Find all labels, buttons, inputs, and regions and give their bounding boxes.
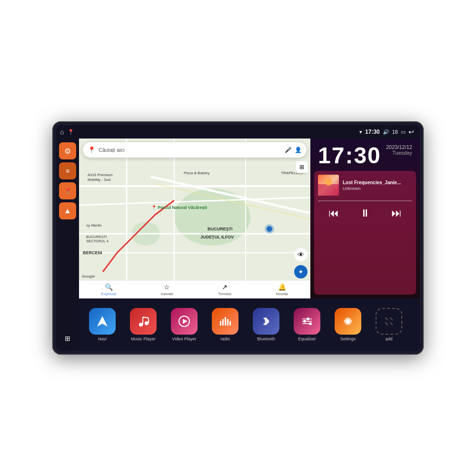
clock-day-value: Tuesday: [386, 150, 412, 156]
music-artist: Unknown: [343, 186, 412, 191]
navigate-icon: ▲: [64, 207, 71, 215]
video-label: Video Player: [172, 337, 197, 341]
map-nav-news[interactable]: 🔔 Noutăți: [276, 283, 288, 296]
account-icon[interactable]: 👤: [295, 147, 302, 153]
location-icon: 📍: [64, 187, 72, 195]
equalizer-label: Equalizer: [298, 337, 316, 341]
status-left: ⌂ 📍: [60, 128, 74, 136]
explore-icon: 🔍: [105, 283, 113, 291]
apps-grid-icon: ⊞: [65, 335, 70, 342]
sidebar-settings-btn[interactable]: ⚙: [59, 142, 76, 159]
back-icon[interactable]: ↩: [408, 128, 414, 136]
map-nav-explore[interactable]: 🔍 Explorați: [101, 283, 116, 296]
map-eye-btn[interactable]: 👁: [294, 248, 307, 261]
battery-icon: ▭: [401, 129, 406, 135]
music-app-icon[interactable]: Music Player: [124, 308, 163, 341]
bluetooth-app-icon[interactable]: Bluetooth: [247, 308, 286, 341]
map-nav-share[interactable]: ↗ Trimiteți: [218, 283, 231, 296]
video-app-icon[interactable]: Video Player: [165, 308, 204, 341]
map-label-axis: AXIS PremiumMobility - Sud: [88, 173, 112, 183]
equalizer-app-icon[interactable]: Equalizer: [288, 308, 327, 341]
next-button[interactable]: ⏭: [389, 205, 404, 221]
map-container[interactable]: 📍 Căutați aici 🎤 👤 AXIS PremiumMobility …: [79, 139, 310, 298]
svg-rect-26: [222, 319, 224, 326]
map-svg: [79, 139, 310, 298]
share-icon: ↗: [222, 283, 228, 291]
map-location-btn[interactable]: ✦: [294, 265, 307, 278]
navi-icon-img: [89, 308, 116, 335]
explore-label: Explorați: [101, 292, 116, 296]
svg-rect-28: [227, 319, 228, 326]
saved-label: Salvate: [161, 292, 174, 296]
sidebar-maps-btn[interactable]: 📍: [59, 182, 76, 199]
google-maps-icon: 📍: [88, 146, 96, 154]
sidebar-nav-btn[interactable]: ▲: [59, 202, 76, 219]
pause-button[interactable]: ⏸: [358, 205, 372, 221]
music-icon-img: [130, 308, 157, 335]
news-icon: 🔔: [278, 283, 286, 291]
right-panel: 17:30 2023/12/12 Tuesday: [310, 139, 420, 298]
svg-line-37: [385, 317, 388, 320]
device: ⌂ 📍 ▾ 17:30 🔊 18 ▭ ↩ ⚙ ≡: [52, 121, 424, 355]
add-app-icon[interactable]: add: [369, 308, 408, 341]
menu-icon: ≡: [66, 167, 69, 175]
music-info: Lost Frequencies_Janie... Unknown: [318, 175, 412, 196]
music-controls: ⏮ ⏸ ⏭: [318, 205, 412, 221]
radio-icon-img: [212, 308, 238, 335]
svg-rect-15: [318, 184, 339, 196]
eq-icon-img: [294, 308, 320, 335]
map-background: 📍 Căutați aici 🎤 👤 AXIS PremiumMobility …: [79, 139, 310, 298]
navi-app-icon[interactable]: Navi: [83, 308, 122, 341]
map-layers-btn[interactable]: ⊞: [296, 161, 307, 173]
bottom-apps: Navi Music Player: [79, 298, 420, 351]
svg-rect-27: [225, 317, 226, 326]
svg-line-22: [143, 317, 149, 318]
add-icon-img: [376, 308, 402, 335]
map-label-pizza: Pizza & Bakery: [184, 171, 209, 175]
sidebar-menu-btn[interactable]: ≡: [59, 162, 76, 179]
wifi-icon: ▾: [359, 129, 362, 135]
settings-app-icon[interactable]: Settings: [328, 308, 367, 341]
svg-marker-17: [97, 316, 108, 327]
svg-point-13: [265, 224, 274, 234]
home-icon[interactable]: ⌂: [60, 128, 64, 136]
radio-app-icon[interactable]: radio: [206, 308, 245, 341]
svg-point-35: [309, 322, 312, 325]
map-label-berceni: BERCENI: [83, 250, 102, 255]
svg-point-16: [325, 178, 332, 186]
battery-level: 18: [392, 129, 398, 135]
map-icon[interactable]: 📍: [68, 129, 74, 135]
search-placeholder[interactable]: Căutați aici: [99, 147, 282, 153]
settings-icon-img: [335, 308, 361, 335]
settings-label: Settings: [340, 337, 356, 341]
status-bar: ⌂ 📍 ▾ 17:30 🔊 18 ▭ ↩: [56, 125, 420, 139]
gear-icon: ⚙: [64, 147, 71, 156]
svg-rect-29: [229, 321, 231, 326]
map-label-bucuresti: BUCUREȘTI: [208, 227, 233, 231]
bluetooth-label: Bluetooth: [257, 337, 275, 341]
map-nav-saved[interactable]: ☆ Salvate: [161, 283, 174, 296]
music-progress-bar[interactable]: [318, 200, 412, 201]
mic-icon[interactable]: 🎤: [285, 147, 292, 153]
sidebar-apps-btn[interactable]: ⊞: [59, 330, 76, 347]
status-right: ▾ 17:30 🔊 18 ▭ ↩: [359, 128, 414, 136]
video-icon-img: [171, 308, 198, 335]
status-time: 17:30: [365, 129, 380, 135]
prev-button[interactable]: ⏮: [327, 205, 341, 221]
svg-point-19: [145, 321, 149, 325]
svg-line-39: [385, 322, 388, 325]
map-label-park: 📍 Parcul Natural Văcărești: [151, 205, 207, 210]
svg-line-40: [390, 322, 393, 325]
news-label: Noutăți: [276, 292, 288, 296]
music-meta: Lost Frequencies_Janie... Unknown: [343, 180, 412, 191]
saved-icon: ☆: [164, 283, 170, 291]
map-searchbar[interactable]: 📍 Căutați aici 🎤 👤: [83, 142, 307, 158]
navi-label: Navi: [98, 337, 107, 341]
clock-date-value: 2023/12/12: [386, 144, 412, 150]
radio-label: radio: [220, 337, 230, 341]
album-art: [318, 175, 339, 196]
clock-display: 17:30: [318, 144, 381, 167]
bluetooth-icon-img: [253, 308, 279, 335]
svg-line-38: [390, 317, 393, 320]
device-screen: ⌂ 📍 ▾ 17:30 🔊 18 ▭ ↩ ⚙ ≡: [56, 125, 420, 351]
